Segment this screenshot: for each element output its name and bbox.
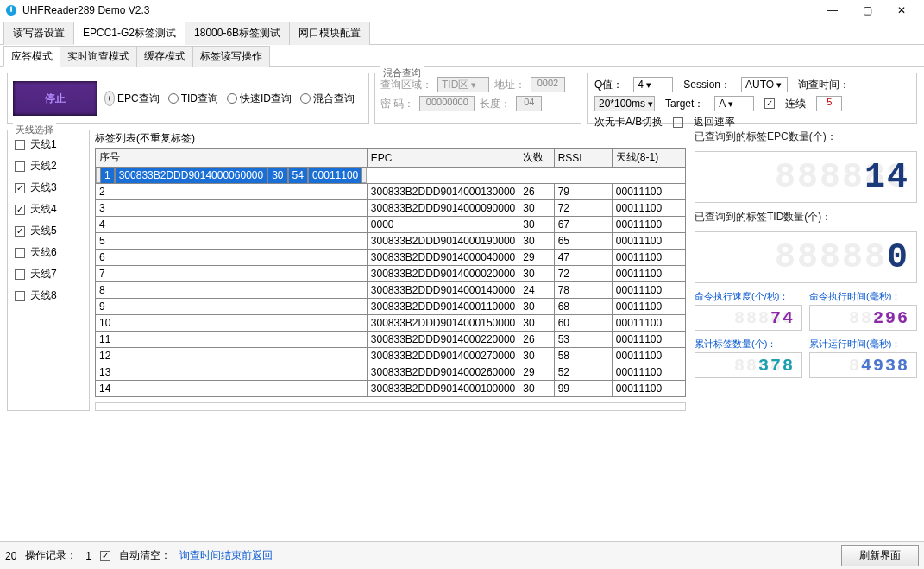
continuous-label: 连续 bbox=[785, 97, 806, 111]
total-tags-display: 88888378 bbox=[695, 352, 802, 378]
tid-count-display: 8888880 bbox=[695, 231, 917, 283]
stop-button[interactable]: 停止 bbox=[13, 81, 97, 116]
table-header-1[interactable]: EPC bbox=[367, 149, 519, 168]
mix-group-title: 混合查询 bbox=[380, 66, 424, 79]
window-title: UHFReader289 Demo V2.3 bbox=[22, 4, 149, 16]
antenna-item-1[interactable]: 天线1 bbox=[13, 134, 84, 155]
table-row[interactable]: 6300833B2DDD9014000040000294700011100 bbox=[96, 250, 686, 266]
antenna-item-4[interactable]: 天线4 bbox=[13, 199, 84, 220]
exec-time-label: 命令执行时间(毫秒)： bbox=[809, 290, 917, 303]
table-row[interactable]: 13300833B2DDD9014000260000295200011100 bbox=[96, 364, 686, 381]
tid-count-label: 已查询到的标签TID数量(个)： bbox=[695, 210, 917, 224]
main-tab-3[interactable]: 网口模块配置 bbox=[289, 22, 370, 45]
mix-pwd-input[interactable]: 00000000 bbox=[419, 96, 475, 111]
table-header-4[interactable]: 天线(8-1) bbox=[612, 149, 685, 168]
query-radio-3[interactable]: 混合查询 bbox=[300, 91, 355, 106]
main-tab-2[interactable]: 18000-6B标签测试 bbox=[185, 22, 290, 45]
table-row[interactable]: 9300833B2DDD9014000110000306800011100 bbox=[96, 299, 686, 315]
table-row[interactable]: 2300833B2DDD9014000130000267900011100 bbox=[96, 184, 686, 200]
antenna-item-6[interactable]: 天线6 bbox=[13, 242, 84, 263]
antenna-checkbox-3[interactable] bbox=[15, 183, 25, 193]
mix-area-select[interactable]: TID区 ▾ bbox=[437, 77, 489, 92]
refresh-button[interactable]: 刷新界面 bbox=[841, 545, 919, 566]
table-row[interactable]: 12300833B2DDD9014000270000305800011100 bbox=[96, 348, 686, 364]
maximize-button[interactable]: ▢ bbox=[850, 1, 884, 20]
table-header-0[interactable]: 序号 bbox=[96, 149, 368, 168]
antenna-item-5[interactable]: 天线5 bbox=[13, 220, 84, 242]
titlebar: UHFReader289 Demo V2.3 — ▢ ✕ bbox=[0, 0, 924, 21]
sub-tab-3[interactable]: 标签读写操作 bbox=[192, 46, 270, 67]
table-row[interactable]: 1300833B2DDD9014000060000305400011100 bbox=[96, 168, 367, 183]
table-row[interactable]: 8300833B2DDD9014000140000247800011100 bbox=[96, 282, 686, 299]
svg-rect-1 bbox=[10, 7, 12, 12]
antenna-item-3[interactable]: 天线3 bbox=[13, 177, 84, 199]
table-row[interactable]: 7300833B2DDD9014000020000307200011100 bbox=[96, 266, 686, 282]
mix-pwd-label: 密 码： bbox=[380, 97, 414, 111]
log-count: 1 bbox=[85, 550, 91, 562]
return-rate-checkbox[interactable] bbox=[673, 117, 683, 128]
target-select[interactable]: A ▾ bbox=[714, 96, 754, 111]
total-time-label: 累计运行时间(毫秒)： bbox=[809, 338, 917, 351]
status-bar: 20 操作记录： 1 自动清空： 询查时间结束前返回 刷新界面 bbox=[0, 541, 924, 569]
epc-count-label: 已查询到的标签EPC数量(个)： bbox=[695, 130, 917, 144]
log-label: 操作记录： bbox=[25, 548, 77, 563]
session-select[interactable]: AUTO ▾ bbox=[741, 77, 788, 92]
qtime-label: 询查时间： bbox=[798, 78, 850, 92]
tag-table: 序号EPC次数RSSI天线(8-1) 1300833B2DDD901400006… bbox=[95, 148, 686, 397]
session-label: Session： bbox=[683, 78, 731, 92]
return-rate-label: 返回速率 bbox=[694, 115, 735, 130]
table-row[interactable]: 11300833B2DDD9014000220000265300011100 bbox=[96, 332, 686, 348]
q-select[interactable]: 4 ▾ bbox=[633, 77, 673, 92]
table-row[interactable]: 14300833B2DDD9014000100000309900011100 bbox=[96, 381, 686, 397]
log-text: 询查时间结束前返回 bbox=[179, 548, 273, 563]
antenna-item-7[interactable]: 天线7 bbox=[13, 263, 84, 285]
speed-label: 命令执行速度(个/秒)： bbox=[695, 290, 802, 303]
sub-tab-2[interactable]: 缓存模式 bbox=[136, 46, 193, 67]
mix-addr-input[interactable]: 0002 bbox=[531, 77, 565, 92]
mix-area-label: 查询区域： bbox=[380, 78, 432, 92]
antenna-checkbox-4[interactable] bbox=[15, 205, 25, 215]
mix-addr-label: 地址： bbox=[494, 78, 525, 92]
table-title: 标签列表(不重复标签) bbox=[95, 130, 686, 148]
footer-prefix: 20 bbox=[5, 550, 16, 562]
table-row[interactable]: 3300833B2DDD9014000090000307200011100 bbox=[96, 200, 686, 217]
antenna-checkbox-8[interactable] bbox=[15, 291, 25, 301]
antenna-checkbox-2[interactable] bbox=[15, 161, 25, 172]
total-tags-label: 累计标签数量(个)： bbox=[695, 338, 802, 351]
main-tabbar: 读写器设置EPCC1-G2标签测试18000-6B标签测试网口模块配置 bbox=[0, 21, 924, 45]
autoclear-label: 自动清空： bbox=[119, 548, 171, 563]
sub-tabbar: 应答模式实时询查模式缓存模式标签读写操作 bbox=[0, 45, 924, 67]
q-label: Q值： bbox=[594, 78, 623, 92]
antenna-checkbox-7[interactable] bbox=[15, 269, 25, 280]
table-row[interactable]: 5300833B2DDD9014000190000306500011100 bbox=[96, 233, 686, 250]
antenna-checkbox-5[interactable] bbox=[15, 226, 25, 237]
table-header-3[interactable]: RSSI bbox=[554, 149, 612, 168]
table-row[interactable]: 10300833B2DDD9014000150000306000011100 bbox=[96, 315, 686, 332]
query-radio-0[interactable]: EPC查询 bbox=[104, 91, 160, 106]
query-radio-1[interactable]: TID查询 bbox=[168, 91, 218, 106]
epc-count-display: 88888814 bbox=[695, 151, 917, 203]
antenna-checkbox-1[interactable] bbox=[15, 140, 25, 150]
minimize-button[interactable]: — bbox=[815, 1, 850, 20]
app-icon bbox=[5, 4, 17, 16]
query-radio-2[interactable]: 快速ID查询 bbox=[227, 91, 292, 106]
target-label: Target： bbox=[665, 97, 704, 111]
close-button[interactable]: ✕ bbox=[884, 1, 919, 20]
main-tab-1[interactable]: EPCC1-G2标签测试 bbox=[73, 22, 185, 45]
qtime-select[interactable]: 20*100ms ▾ bbox=[594, 96, 655, 111]
antenna-checkbox-6[interactable] bbox=[15, 248, 25, 258]
main-tab-0[interactable]: 读写器设置 bbox=[3, 22, 74, 45]
mix-len-input[interactable]: 04 bbox=[516, 96, 542, 111]
antenna-item-2[interactable]: 天线2 bbox=[13, 155, 84, 177]
continuous-checkbox[interactable] bbox=[764, 98, 775, 109]
table-row[interactable]: 40000306700011100 bbox=[96, 217, 686, 233]
antenna-group-title: 天线选择 bbox=[13, 123, 56, 136]
bottom-panel bbox=[95, 402, 686, 411]
total-time-display: 888884938 bbox=[809, 352, 917, 378]
autoclear-checkbox[interactable] bbox=[100, 551, 110, 561]
table-header-2[interactable]: 次数 bbox=[519, 149, 554, 168]
antenna-item-8[interactable]: 天线8 bbox=[13, 285, 84, 307]
continuous-count-input[interactable]: 5 bbox=[816, 96, 842, 111]
sub-tab-1[interactable]: 实时询查模式 bbox=[60, 46, 137, 67]
sub-tab-0[interactable]: 应答模式 bbox=[3, 46, 60, 67]
